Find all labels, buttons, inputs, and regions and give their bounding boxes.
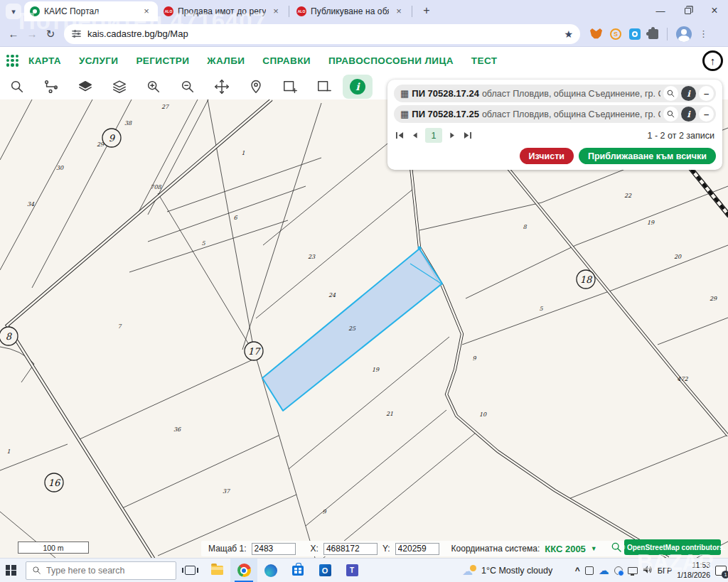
alo-favicon-icon: ALO: [164, 6, 173, 16]
tray-app-icon[interactable]: [585, 566, 594, 575]
restore-button[interactable]: [674, 0, 701, 21]
svg-text:1: 1: [241, 150, 245, 156]
new-tab-button[interactable]: +: [418, 2, 435, 19]
location-tool-icon[interactable]: [239, 75, 273, 99]
parcel-id: ПИ 70528.17.25: [412, 109, 479, 119]
store-button[interactable]: [284, 559, 311, 582]
result-row[interactable]: ▦ ПИ 70528.17.25 област Пловдив, община …: [394, 105, 716, 123]
route-tool-icon[interactable]: [34, 75, 68, 99]
tab-alo-1[interactable]: ALO Продава имот до регулация в ×: [158, 1, 287, 21]
chrome-button[interactable]: [230, 559, 257, 582]
tab-title: Публикуване на обява - Прод: [311, 6, 389, 16]
reload-icon[interactable]: ↻: [41, 28, 60, 41]
svg-text:29: 29: [710, 296, 717, 302]
scale-input[interactable]: [252, 543, 296, 555]
x-input[interactable]: [323, 543, 378, 555]
onedrive-icon[interactable]: ☁: [599, 566, 609, 575]
windows-logo-icon: [6, 565, 16, 576]
parcel-grid-icon: ▦: [400, 89, 409, 98]
forward-icon[interactable]: →: [23, 28, 41, 40]
remove-parcel-icon[interactable]: –: [699, 86, 714, 101]
info-icon: i: [350, 79, 365, 95]
svg-text:38: 38: [124, 120, 132, 126]
notification-center-icon[interactable]: [715, 566, 727, 576]
nav-pravosposobni-lica[interactable]: ПРАВОСПОСОБНИ ЛИЦА: [328, 55, 454, 66]
taskbar-search[interactable]: [26, 561, 176, 580]
blue-extension-icon[interactable]: [629, 28, 641, 40]
parcel-grid-icon: ▦: [400, 109, 409, 119]
task-view-button[interactable]: [176, 559, 203, 582]
svg-text:10: 10: [479, 411, 487, 418]
zoom-out-tool-icon[interactable]: [171, 75, 205, 99]
first-page-icon[interactable]: [395, 129, 405, 142]
volume-icon[interactable]: [643, 564, 653, 577]
crs-label: Координатна система:: [451, 544, 540, 554]
result-row[interactable]: ▦ ПИ 70528.17.24 област Пловдив, община …: [394, 85, 716, 102]
minimize-button[interactable]: —: [647, 0, 674, 21]
prev-page-icon[interactable]: [411, 129, 419, 142]
scale-label: Мащаб 1:: [208, 544, 247, 554]
file-explorer-button[interactable]: [203, 559, 230, 582]
apps-grid-icon[interactable]: [6, 55, 18, 67]
weather-icon: ☁: [462, 565, 476, 576]
tray-expand-icon[interactable]: ^: [575, 566, 580, 576]
nav-karta[interactable]: КАРТА: [28, 55, 61, 66]
scroll-to-top-button[interactable]: ↑: [702, 50, 723, 71]
info-tool-active[interactable]: i: [343, 75, 373, 99]
taskbar-clock[interactable]: 11:53 1/18/2026: [677, 561, 710, 579]
taskbar-search-input[interactable]: [46, 566, 160, 576]
osm-attribution[interactable]: © OpenStreetMap contributors.: [624, 539, 721, 555]
tab-search-chevron-icon[interactable]: ▾: [6, 4, 21, 19]
close-window-button[interactable]: ×: [701, 0, 728, 21]
extensions-puzzle-icon[interactable]: [648, 29, 658, 39]
network-status-icon[interactable]: [614, 566, 623, 575]
parcel-info-icon[interactable]: i: [681, 107, 696, 122]
tab-close-icon[interactable]: ×: [270, 6, 282, 17]
crs-value[interactable]: ККС 2005: [545, 544, 586, 554]
profile-avatar[interactable]: [676, 26, 692, 42]
browser-menu-icon[interactable]: ⋮: [699, 28, 708, 39]
parcel-info-icon[interactable]: i: [681, 86, 696, 101]
zoom-to-all-button[interactable]: Приближаване към всички: [579, 148, 716, 164]
search-tool-icon[interactable]: [0, 75, 34, 99]
nav-registri[interactable]: РЕГИСТРИ: [136, 55, 189, 66]
outlook-button[interactable]: O: [311, 559, 338, 582]
site-settings-icon[interactable]: [71, 28, 82, 39]
bookmark-star-icon[interactable]: ★: [564, 28, 573, 40]
ethernet-icon[interactable]: [628, 567, 638, 574]
next-page-icon[interactable]: [449, 129, 456, 142]
tab-close-icon[interactable]: ×: [141, 6, 152, 17]
tab-alo-2[interactable]: ALO Публикуване на обява - Прод ×: [291, 1, 410, 21]
url-field[interactable]: kais.cadastre.bg/bg/Map ★: [64, 24, 580, 44]
nav-spravki[interactable]: СПРАВКИ: [262, 55, 311, 66]
start-button[interactable]: [0, 559, 21, 582]
remove-parcel-icon[interactable]: –: [699, 107, 714, 122]
zoom-in-tool-icon[interactable]: [136, 75, 171, 99]
pan-tool-icon[interactable]: [205, 75, 239, 99]
tab-kais[interactable]: КАИС Портал ×: [24, 1, 158, 21]
zoom-to-parcel-icon[interactable]: [663, 86, 678, 101]
zoom-to-parcel-icon[interactable]: [663, 107, 678, 122]
nav-uslugi[interactable]: УСЛУГИ: [79, 55, 118, 66]
crs-dropdown-icon[interactable]: ▼: [591, 545, 597, 552]
back-icon[interactable]: ←: [4, 28, 23, 40]
clear-button[interactable]: Изчисти: [520, 148, 574, 164]
layers-filled-tool-icon[interactable]: [68, 75, 102, 99]
last-page-icon[interactable]: [463, 129, 472, 142]
taskbar-weather[interactable]: ☁ 1°C Mostly cloudy: [462, 565, 552, 576]
metamask-icon[interactable]: [590, 28, 602, 39]
records-count: 1 - 2 от 2 записи: [648, 131, 714, 141]
layers-tool-icon[interactable]: [102, 75, 136, 99]
tab-close-icon[interactable]: ×: [393, 6, 405, 17]
current-page[interactable]: 1: [425, 128, 442, 143]
nav-zhalbi[interactable]: ЖАЛБИ: [207, 55, 245, 66]
s-extension-icon[interactable]: S: [610, 28, 621, 40]
select-rect-plus-tool-icon[interactable]: [273, 75, 307, 99]
select-rect-minus-tool-icon[interactable]: [307, 75, 341, 99]
y-input[interactable]: [395, 543, 439, 555]
address-bar: ← → ↻ kais.cadastre.bg/bg/Map ★ S ⋮: [0, 21, 728, 47]
nav-test[interactable]: ТЕСТ: [471, 55, 498, 66]
teams-button[interactable]: T: [338, 559, 365, 582]
language-indicator[interactable]: БГР: [658, 566, 673, 575]
edge-button[interactable]: [257, 559, 284, 582]
